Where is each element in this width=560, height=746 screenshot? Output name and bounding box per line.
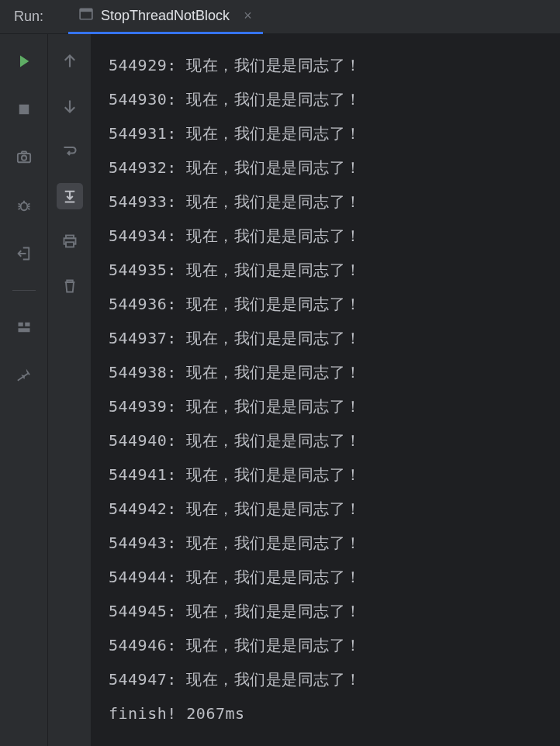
console-line: 544943: 现在，我们是是同志了！ [109, 526, 560, 560]
trash-button[interactable] [57, 273, 83, 299]
console-line: 544929: 现在，我们是是同志了！ [109, 48, 560, 82]
console-line: 544944: 现在，我们是是同志了！ [109, 560, 560, 594]
debug-button[interactable] [11, 192, 37, 219]
run-tab[interactable]: StopThreadNotBlock × [68, 0, 263, 34]
console-line: 544945: 现在，我们是是同志了！ [109, 594, 560, 628]
exit-button[interactable] [11, 240, 37, 267]
toolbar-secondary [48, 34, 92, 746]
main-area: 544929: 现在，我们是是同志了！ 544930: 现在，我们是是同志了！ … [0, 34, 560, 746]
svg-rect-11 [66, 242, 74, 247]
console-line: 544937: 现在，我们是是同志了！ [109, 321, 560, 355]
console-output[interactable]: 544929: 现在，我们是是同志了！ 544930: 现在，我们是是同志了！ … [92, 34, 560, 746]
toolbar-primary [0, 34, 48, 746]
console-line: 544936: 现在，我们是是同志了！ [109, 287, 560, 321]
svg-rect-2 [19, 105, 29, 115]
application-icon [79, 7, 93, 25]
console-line: 544933: 现在，我们是是同志了！ [109, 185, 560, 219]
tab-title: StopThreadNotBlock [101, 8, 230, 24]
svg-rect-1 [80, 9, 92, 12]
console-line: 544930: 现在，我们是是同志了！ [109, 82, 560, 116]
console-line: 544940: 现在，我们是是同志了！ [109, 423, 560, 458]
svg-point-4 [21, 156, 26, 161]
console-line: 544939: 现在，我们是是同志了！ [109, 389, 560, 423]
console-line: 544938: 现在，我们是是同志了！ [109, 355, 560, 389]
console-line: 544946: 现在，我们是是同志了！ [109, 628, 560, 662]
console-line: 544931: 现在，我们是是同志了！ [109, 116, 560, 150]
console-line: 544942: 现在，我们是是同志了！ [109, 492, 560, 526]
arrow-down-button[interactable] [57, 93, 83, 119]
console-line: finish! 2067ms [109, 696, 560, 730]
toolbar-separator [12, 290, 36, 291]
console-line: 544934: 现在，我们是是同志了！ [109, 219, 560, 253]
scroll-to-end-button[interactable] [57, 183, 83, 209]
console-line: 544947: 现在，我们是是同志了！ [109, 662, 560, 696]
console-line: 544941: 现在，我们是是同志了！ [109, 458, 560, 492]
svg-rect-6 [18, 323, 22, 326]
run-header: Run: StopThreadNotBlock × [0, 0, 560, 34]
run-label: Run: [14, 9, 43, 25]
console-line: 544935: 现在，我们是是同志了！ [109, 253, 560, 287]
svg-rect-8 [18, 328, 29, 332]
arrow-up-button[interactable] [57, 48, 83, 74]
svg-point-5 [20, 202, 27, 210]
camera-button[interactable] [11, 144, 37, 171]
play-button[interactable] [11, 48, 37, 74]
svg-rect-7 [25, 323, 29, 326]
console-line: 544932: 现在，我们是是同志了！ [109, 150, 560, 185]
print-button[interactable] [57, 228, 83, 254]
close-icon[interactable]: × [244, 8, 252, 24]
soft-wrap-button[interactable] [57, 138, 83, 164]
pin-button[interactable] [11, 362, 37, 389]
layout-button[interactable] [11, 314, 37, 340]
stop-button[interactable] [11, 96, 37, 123]
